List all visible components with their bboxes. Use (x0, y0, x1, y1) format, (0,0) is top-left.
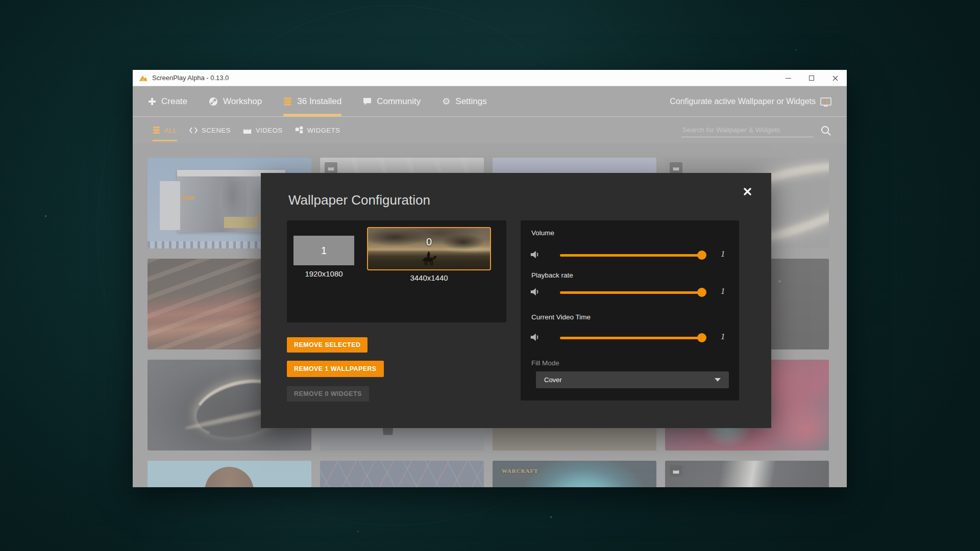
tab-all-label: ALL (164, 127, 177, 134)
speaker-icon (529, 249, 541, 260)
active-monitor-count: 1 (824, 98, 827, 104)
desktop: ScreenPlay Alpha - 0.13.0 Create (0, 0, 980, 551)
window-title: ScreenPlay Alpha - 0.13.0 (152, 74, 229, 82)
tab-widgets[interactable]: WIDGETS (295, 117, 340, 144)
modal-close-button[interactable] (740, 184, 755, 198)
nav-item-create[interactable]: Create (148, 86, 187, 116)
video-type-badge (670, 465, 682, 477)
search-area (681, 117, 831, 144)
gear-icon: ⚙ (442, 97, 450, 106)
film-icon (328, 165, 334, 171)
remove-wallpapers-button[interactable]: REMOVE 1 WALLPAPERS (287, 361, 384, 377)
horse-rider-silhouette (417, 249, 439, 266)
minimize-icon (786, 78, 791, 79)
playback-rate-slider[interactable] (560, 291, 705, 294)
volume-label: Volume (531, 229, 554, 237)
desktop-dot (357, 531, 359, 532)
wallpaper-thumb-industrial[interactable] (665, 461, 829, 487)
titlebar[interactable]: ScreenPlay Alpha - 0.13.0 (133, 70, 847, 86)
monitor-1-id: 1 (321, 245, 327, 257)
active-monitor-badge-icon[interactable]: 1 (820, 97, 831, 106)
plus-icon (148, 97, 156, 106)
database-icon (283, 97, 292, 106)
fill-mode-label: Fill Mode (531, 359, 559, 367)
volume-slider[interactable] (560, 254, 705, 257)
tab-videos-label: VIDEOS (256, 127, 283, 134)
maximize-button[interactable] (800, 70, 823, 86)
database-icon (153, 126, 160, 134)
maximize-icon (809, 76, 814, 81)
nav-item-installed[interactable]: 36 Installed (283, 86, 341, 116)
speaker-icon (529, 286, 541, 297)
playback-rate-label: Playback rate (531, 271, 573, 279)
video-type-badge (325, 162, 337, 173)
remove-selected-button[interactable]: REMOVE SELECTED (287, 337, 368, 353)
wallpaper-thumb-warcraft[interactable]: WARCRAFT (493, 461, 656, 487)
close-icon (832, 76, 838, 81)
fill-mode-value: Cover (544, 376, 562, 384)
main-nav: Create Workshop 36 Installed (133, 86, 847, 116)
monitor-1[interactable]: 1 (293, 236, 354, 265)
nav-item-community[interactable]: Community (363, 86, 421, 116)
video-type-badge (670, 162, 682, 173)
wallpaper-thumb-geometric[interactable] (320, 461, 484, 487)
search-icon[interactable] (820, 125, 831, 136)
nav-label-installed: 36 Installed (297, 96, 341, 107)
nav-item-settings[interactable]: ⚙ Settings (442, 86, 487, 116)
nav-label-workshop: Workshop (223, 96, 262, 107)
wallpaper-options-panel: Volume 1 Playback rate 1 Current Video T… (521, 220, 739, 400)
nav-label-create: Create (161, 96, 187, 107)
monitor-0-resolution: 3440x1440 (367, 273, 491, 282)
film-icon (243, 127, 252, 134)
warcraft-logo: WARCRAFT (502, 468, 538, 474)
filter-bar: ALL SCENES VIDEOS (133, 116, 847, 143)
monitor-selection-panel: 1 980x551 0 (287, 220, 506, 322)
monitor-0-selected[interactable]: 0 (367, 227, 491, 270)
modal-title: Wallpaper Configuration (288, 192, 430, 208)
fill-mode-dropdown[interactable]: Cover (536, 371, 729, 388)
close-button[interactable] (823, 70, 847, 86)
playback-rate-slider-thumb[interactable] (697, 288, 706, 297)
tab-all[interactable]: ALL (153, 117, 177, 144)
monitor-1-resolution: 980x551 (293, 269, 354, 278)
desktop-dot (45, 215, 46, 217)
volume-slider-thumb[interactable] (697, 251, 706, 260)
tab-widgets-label: WIDGETS (307, 127, 340, 134)
active-config-area[interactable]: Configurate active Wallpaper or Widgets … (670, 86, 831, 116)
steam-icon (209, 97, 218, 106)
chat-icon (363, 97, 372, 106)
remove-widgets-button-disabled[interactable]: REMOVE 0 WIDGETS (287, 386, 369, 402)
screenplay-logo-icon (139, 74, 148, 82)
tab-videos[interactable]: VIDEOS (243, 117, 283, 144)
nav-item-workshop[interactable]: Workshop (209, 86, 262, 116)
current-video-time-value: 1 (721, 332, 736, 342)
speaker-icon (529, 332, 541, 343)
current-video-time-slider[interactable] (560, 337, 705, 339)
playback-rate-value: 1 (721, 286, 736, 296)
minimize-button[interactable] (776, 70, 800, 86)
film-icon (673, 468, 679, 474)
configurate-label: Configurate active Wallpaper or Widgets (670, 97, 816, 106)
wallpaper-thumb-portrait[interactable] (148, 461, 311, 487)
volume-value: 1 (721, 249, 736, 259)
widgets-icon (295, 126, 303, 134)
desktop-dot (795, 49, 797, 51)
search-input[interactable] (681, 124, 813, 137)
nav-label-community: Community (377, 96, 421, 107)
tab-scenes[interactable]: SCENES (189, 117, 231, 144)
desktop-dot (550, 516, 552, 518)
current-video-time-label: Current Video Time (531, 313, 591, 321)
film-icon (673, 165, 679, 171)
chevron-down-icon (715, 378, 721, 382)
close-icon (744, 188, 751, 195)
tab-scenes-label: SCENES (202, 127, 231, 134)
monitor-0-id: 0 (368, 236, 490, 248)
nav-label-settings: Settings (455, 96, 486, 107)
code-icon (189, 127, 198, 134)
wallpaper-configuration-modal: Wallpaper Configuration 1 980x551 (261, 173, 771, 428)
current-video-time-slider-thumb[interactable] (697, 333, 706, 342)
